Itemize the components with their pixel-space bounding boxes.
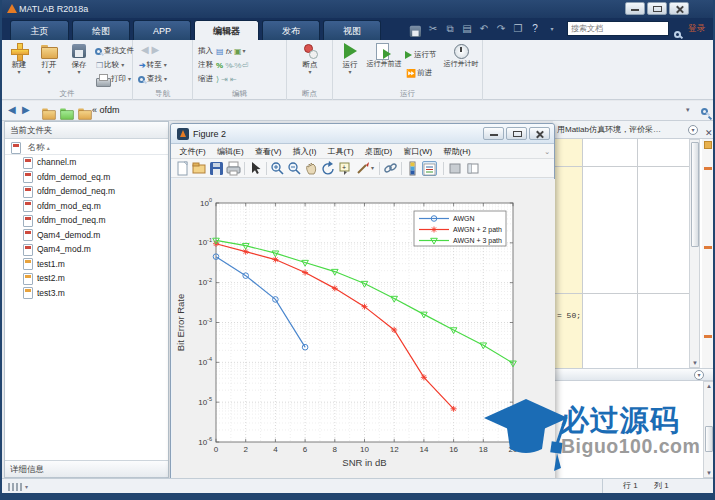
save-button[interactable]: 保存▾ xyxy=(64,42,94,75)
wrap-comment-icon[interactable]: %⏎ xyxy=(234,59,248,72)
file-row[interactable]: ofdm_demod_neq.m xyxy=(5,184,168,199)
breakpoints-button[interactable]: 断点▾ xyxy=(295,42,325,75)
login-link[interactable]: 登录 xyxy=(688,23,705,35)
editor-area[interactable]: = 50; ▼ xyxy=(553,139,715,368)
brush-icon[interactable] xyxy=(355,161,370,176)
annotation-mark[interactable] xyxy=(704,246,712,249)
zoom-out-icon[interactable] xyxy=(287,161,302,176)
run-time-button[interactable]: 运行并计时 xyxy=(443,42,479,68)
menu-overflow-icon[interactable]: ⌄ xyxy=(544,144,550,159)
file-row[interactable]: test1.m xyxy=(5,257,168,272)
status-dropdown-icon[interactable]: ▾ xyxy=(25,483,28,490)
plot-tools-hide-icon[interactable] xyxy=(448,161,463,176)
pointer-icon[interactable] xyxy=(248,161,263,176)
run-section-button[interactable]: 运行节 xyxy=(405,48,437,61)
open-folder-icon[interactable] xyxy=(192,161,207,176)
file-row[interactable]: Qam4_demod.m xyxy=(5,228,168,243)
search-input[interactable] xyxy=(567,21,669,36)
zoom-in-icon[interactable] xyxy=(270,161,285,176)
indent-left-icon[interactable]: ⇤ xyxy=(230,73,237,86)
help-icon[interactable]: ? xyxy=(528,22,542,36)
back-arrow-icon[interactable]: ◀ xyxy=(8,104,16,115)
file-row[interactable]: ofdm_demod_eq.m xyxy=(5,170,168,185)
file-row[interactable]: test3.m xyxy=(5,286,168,301)
panel-collapse-bar[interactable]: ▾ xyxy=(553,368,715,381)
tab-home[interactable]: 主页 xyxy=(10,20,69,40)
insert-image-icon[interactable]: ▣ xyxy=(234,45,242,58)
up-folder-icon[interactable] xyxy=(41,107,52,117)
editor-scrollbar[interactable]: ▼ xyxy=(689,139,700,368)
menu-view[interactable]: 查看(V) xyxy=(250,147,286,156)
quick-save-icon[interactable] xyxy=(408,25,418,35)
current-folder-header[interactable]: 当前文件夹 xyxy=(5,122,168,139)
find-files-button[interactable]: 查找文件 xyxy=(95,44,134,57)
file-row[interactable]: Qam4_mod.m xyxy=(5,242,168,257)
menu-tools[interactable]: 工具(T) xyxy=(323,147,358,156)
quick-cut-icon[interactable]: ✂ xyxy=(426,22,440,36)
insert-section-icon[interactable]: ▤ xyxy=(216,45,224,58)
quick-access-dropdown-icon[interactable]: ▾ xyxy=(545,22,559,36)
menu-insert[interactable]: 插入(I) xyxy=(288,147,321,156)
insert-colorbar-icon[interactable] xyxy=(405,161,420,176)
status-grip-icon[interactable] xyxy=(8,483,22,491)
insert-legend-icon[interactable] xyxy=(422,161,437,176)
name-column-header[interactable]: 名称 ▴ xyxy=(5,139,168,155)
comment-label[interactable]: 注释 xyxy=(198,60,213,69)
new-button[interactable]: 新建▾ xyxy=(4,42,34,75)
find-button[interactable]: 查找 ▾ xyxy=(138,72,167,85)
menu-window[interactable]: 窗口(W) xyxy=(399,147,437,156)
menu-help[interactable]: 帮助(H) xyxy=(439,147,475,156)
back-icon[interactable]: ◀ xyxy=(141,44,149,55)
data-cursor-icon[interactable]: + xyxy=(338,161,353,176)
new-document-icon[interactable] xyxy=(175,161,190,176)
lower-scrollbar[interactable]: ▲ ▼ xyxy=(703,381,715,478)
figure-minimize-button[interactable] xyxy=(483,127,504,140)
file-row[interactable]: test2.m xyxy=(5,271,168,286)
comment-icon[interactable]: % xyxy=(216,59,223,72)
print-icon[interactable] xyxy=(226,161,241,176)
figure-maximize-button[interactable] xyxy=(506,127,527,140)
link-plots-icon[interactable] xyxy=(383,161,398,176)
advance-button[interactable]: ⏩前进 xyxy=(405,66,432,79)
tab-editor[interactable]: 编辑器 xyxy=(194,20,259,40)
quick-redo-icon[interactable]: ↷ xyxy=(494,22,508,36)
forward-icon[interactable]: ▶ xyxy=(151,44,159,55)
annotation-summary-icon[interactable] xyxy=(704,141,712,149)
figure-title-bar[interactable]: Figure 2 xyxy=(171,124,554,144)
menu-desktop[interactable]: 桌面(D) xyxy=(361,147,397,156)
forward-arrow-icon[interactable]: ▶ xyxy=(22,104,30,115)
menu-edit[interactable]: 编辑(E) xyxy=(212,147,248,156)
quick-switch-window-icon[interactable]: ❐ xyxy=(511,22,525,36)
maximize-button[interactable] xyxy=(647,2,667,15)
rotate-3d-icon[interactable] xyxy=(321,161,336,176)
file-row[interactable]: ofdm_mod_neq.m xyxy=(5,213,168,228)
minimize-button[interactable] xyxy=(625,2,645,15)
annotation-mark[interactable] xyxy=(704,335,712,338)
document-minimize-icon[interactable]: ▾ xyxy=(688,125,698,135)
uncomment-icon[interactable]: %̶ xyxy=(225,59,232,72)
brush-dropdown-icon[interactable]: ▾ xyxy=(369,161,376,176)
ber-plot[interactable]: 0246810121416182010010-110-210-310-410-5… xyxy=(172,179,555,482)
menu-file[interactable]: 文件(F) xyxy=(175,147,210,156)
tab-publish[interactable]: 发布 xyxy=(262,20,320,40)
tab-view[interactable]: 视图 xyxy=(323,20,381,40)
quick-paste-icon[interactable]: ▤ xyxy=(460,22,474,36)
quick-copy-icon[interactable]: ⧉ xyxy=(443,22,457,36)
details-header[interactable]: 详细信息 xyxy=(5,460,168,477)
annotation-mark[interactable] xyxy=(704,167,712,170)
tab-plots[interactable]: 绘图 xyxy=(72,20,130,40)
editor-document-title[interactable]: 用Matlab仿真环境，评价采用循... xyxy=(553,121,665,139)
panel-minimize-icon[interactable]: ▾ xyxy=(694,370,704,380)
address-search-icon[interactable] xyxy=(701,106,708,117)
address-dropdown-icon[interactable]: ▾ xyxy=(686,106,690,114)
save-icon[interactable] xyxy=(209,161,224,176)
plot-tools-show-icon[interactable] xyxy=(466,161,481,176)
pan-icon[interactable] xyxy=(304,161,319,176)
indent-label[interactable]: 缩进 xyxy=(198,74,213,83)
print-button[interactable]: 打印 ▾ xyxy=(95,72,131,85)
file-row[interactable]: ofdm_mod_eq.m xyxy=(5,199,168,214)
goto-button[interactable]: ➔转至 ▾ xyxy=(138,58,167,71)
open-button[interactable]: 打开▾ xyxy=(34,42,64,75)
quick-undo-icon[interactable]: ↶ xyxy=(477,22,491,36)
smart-indent-icon[interactable]: ⟩ xyxy=(216,73,219,86)
